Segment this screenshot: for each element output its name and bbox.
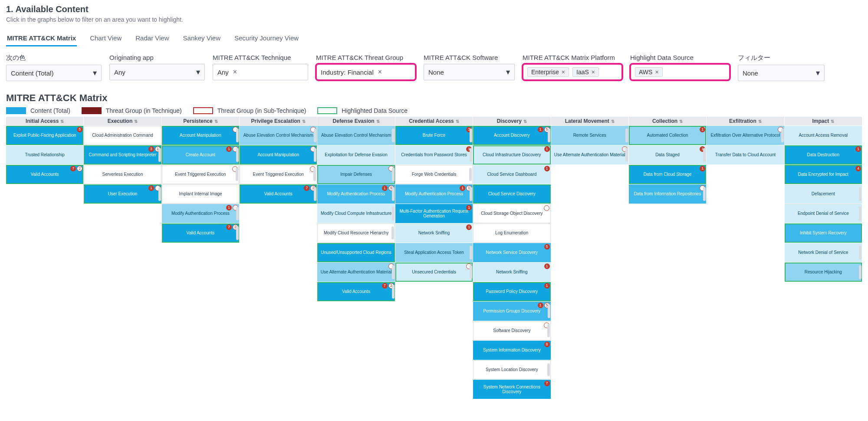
technique-cell[interactable]: Network Sniffing1 — [473, 263, 550, 282]
technique-cell[interactable]: Modify Authentication Process19 — [395, 184, 473, 204]
technique-cell[interactable]: Cloud Service Discovery — [473, 184, 550, 204]
technique-cell[interactable]: Modify Authentication Process1 — [162, 204, 239, 223]
technique-cell[interactable]: Steal Application Access Token — [395, 243, 473, 262]
technique-cell[interactable]: Modify Cloud Resource Hierarchy — [317, 224, 395, 243]
technique-cell[interactable]: Exploitation for Defense Evasion — [317, 145, 395, 164]
technique-cell[interactable]: Unused/Unsupported Cloud Regions — [317, 243, 395, 262]
technique-cell[interactable]: Use Alternate Authentication Material — [551, 145, 628, 164]
sub-scroll-indicator — [703, 187, 706, 201]
technique-cell[interactable]: Account Discovery15 — [473, 126, 550, 145]
tab-mitre-att-ck-matrix[interactable]: MITRE ATT&CK Matrix — [6, 31, 77, 46]
close-icon[interactable]: × — [655, 69, 658, 76]
technique-cell[interactable]: Cloud Infrastructure Discovery1 — [473, 145, 550, 164]
column-header[interactable]: Execution⇅ — [84, 117, 161, 125]
column-header[interactable]: Collection⇅ — [629, 117, 706, 125]
technique-cell[interactable]: Implant Internal Image — [162, 184, 239, 204]
chevron-down-icon: ▾ — [196, 67, 200, 77]
close-icon[interactable]: × — [233, 68, 237, 76]
technique-cell[interactable]: System Location Discovery — [473, 360, 550, 379]
filter-input-4[interactable]: None▾ — [424, 64, 515, 80]
filter-input-2[interactable]: Any× — [213, 64, 308, 80]
technique-cell[interactable]: System Information Discovery8 — [473, 341, 550, 360]
technique-cell[interactable]: Cloud Storage Object Discovery — [473, 204, 550, 223]
column-header[interactable]: Credential Access⇅ — [395, 117, 473, 125]
technique-cell[interactable]: Data Destruction1 — [785, 145, 862, 164]
technique-cell[interactable]: Defacement — [785, 184, 862, 204]
technique-cell[interactable]: Exploit Public-Facing Application5 — [6, 126, 83, 145]
technique-cell[interactable]: Multi-Factor Authentication Request Gene… — [395, 204, 473, 223]
technique-cell[interactable]: Valid Accounts72 — [317, 282, 395, 301]
close-icon[interactable]: × — [562, 69, 565, 76]
technique-cell[interactable]: Modify Authentication Process19 — [317, 184, 395, 204]
technique-cell[interactable]: Remote Services — [551, 126, 628, 145]
technique-cell[interactable]: Event Triggered Execution — [162, 165, 239, 184]
filter-chip[interactable]: IaaS× — [572, 67, 599, 77]
technique-cell[interactable]: Valid Accounts72 — [6, 165, 83, 184]
column-header[interactable]: Privilege Escalation⇅ — [240, 117, 317, 125]
technique-cell[interactable]: Resource Hijacking — [785, 263, 862, 282]
technique-cell[interactable]: Log Enumeration — [473, 224, 550, 243]
technique-cell[interactable]: Data from Information Repositories — [629, 184, 706, 204]
technique-cell[interactable]: Automated Collection1 — [629, 126, 706, 145]
technique-cell[interactable]: Network Sniffing1 — [395, 224, 473, 243]
technique-cell[interactable]: Valid Accounts72 — [240, 184, 317, 204]
filter-input-3[interactable]: Industry: Financial× — [316, 64, 416, 80]
technique-cell[interactable]: Network Service Discovery5 — [473, 243, 550, 262]
technique-cell[interactable]: Credentials from Password Stores1 — [395, 145, 473, 164]
tab-sankey-view[interactable]: Sankey View — [182, 31, 221, 46]
technique-cell[interactable]: Create Account1 — [162, 145, 239, 164]
technique-cell[interactable]: Data Encrypted for Impact4 — [785, 165, 862, 184]
close-icon[interactable]: × — [378, 68, 382, 76]
technique-cell[interactable]: Software Discovery — [473, 321, 550, 340]
technique-cell[interactable]: Cloud Service Dashboard1 — [473, 165, 550, 184]
technique-cell[interactable]: Use Alternate Authentication Material — [317, 263, 395, 282]
technique-cell[interactable]: Data Staged1 — [629, 145, 706, 164]
technique-cell[interactable]: Trusted Relationship — [6, 145, 83, 164]
column-header[interactable]: Discovery⇅ — [473, 117, 550, 125]
filter-chip[interactable]: AWS× — [635, 67, 663, 77]
filter-chip[interactable]: Enterprise× — [527, 67, 569, 77]
technique-cell[interactable]: Brute Force3 — [395, 126, 473, 145]
technique-cell[interactable]: User Execution1 — [84, 184, 161, 204]
technique-cell[interactable]: Data from Cloud Storage1 — [629, 165, 706, 184]
column-header[interactable]: Persistence⇅ — [162, 117, 239, 125]
technique-cell[interactable]: Exfiltration Over Alternative Protocol — [707, 126, 784, 145]
close-icon[interactable]: × — [592, 69, 595, 76]
technique-cell[interactable]: Cloud Administration Command — [84, 126, 161, 145]
technique-cell[interactable]: Password Policy Discovery1 — [473, 282, 550, 301]
technique-cell[interactable]: Endpoint Denial of Service — [785, 204, 862, 223]
tab-radar-view[interactable]: Radar View — [135, 31, 170, 46]
technique-cell[interactable]: Network Denial of Service — [785, 243, 862, 262]
chevron-down-icon: ▾ — [506, 67, 510, 77]
technique-cell[interactable]: Impair Defenses — [317, 165, 395, 184]
count-badge: 7 — [304, 185, 309, 191]
column-header[interactable]: Impact⇅ — [785, 117, 862, 125]
filter-input-0[interactable]: Content (Total)▾ — [6, 65, 102, 81]
column-header[interactable]: Defense Evasion⇅ — [317, 117, 395, 125]
tab-security-journey-view[interactable]: Security Journey View — [233, 31, 299, 46]
tab-chart-view[interactable]: Chart View — [89, 31, 122, 46]
filter-input-1[interactable]: Any▾ — [109, 64, 205, 80]
filter-input-7[interactable]: None▾ — [738, 65, 825, 81]
technique-cell[interactable]: System Network Connections Discovery7 — [473, 380, 550, 399]
technique-cell[interactable]: Serverless Execution — [84, 165, 161, 184]
technique-cell[interactable]: Permission Groups Discovery15 — [473, 302, 550, 321]
filter-input-6[interactable]: AWS× — [630, 64, 730, 80]
column-header[interactable]: Exfiltration⇅ — [707, 117, 784, 125]
technique-cell[interactable]: Event Triggered Execution — [240, 165, 317, 184]
technique-cell[interactable]: Account Manipulation — [162, 126, 239, 145]
column-header[interactable]: Lateral Movement⇅ — [551, 117, 628, 125]
technique-cell[interactable]: Transfer Data to Cloud Account — [707, 145, 784, 164]
technique-cell[interactable]: Valid Accounts72 — [162, 224, 239, 243]
filter-input-5[interactable]: Enterprise×IaaS× — [523, 64, 622, 80]
technique-cell[interactable]: Abuse Elevation Control Mechanism — [317, 126, 395, 145]
column-header[interactable]: Initial Access⇅ — [6, 117, 83, 125]
technique-cell[interactable]: Unsecured Credentials — [395, 263, 473, 282]
technique-cell[interactable]: Modify Cloud Compute Infrastructure — [317, 204, 395, 223]
technique-cell[interactable]: Command and Scripting Interpreter31 — [84, 145, 161, 164]
technique-cell[interactable]: Account Access Removal — [785, 126, 862, 145]
technique-cell[interactable]: Forge Web Credentials — [395, 165, 473, 184]
technique-cell[interactable]: Account Manipulation — [240, 145, 317, 164]
technique-cell[interactable]: Inhibit System Recovery — [785, 224, 862, 243]
technique-cell[interactable]: Abuse Elevation Control Mechanism — [240, 126, 317, 145]
